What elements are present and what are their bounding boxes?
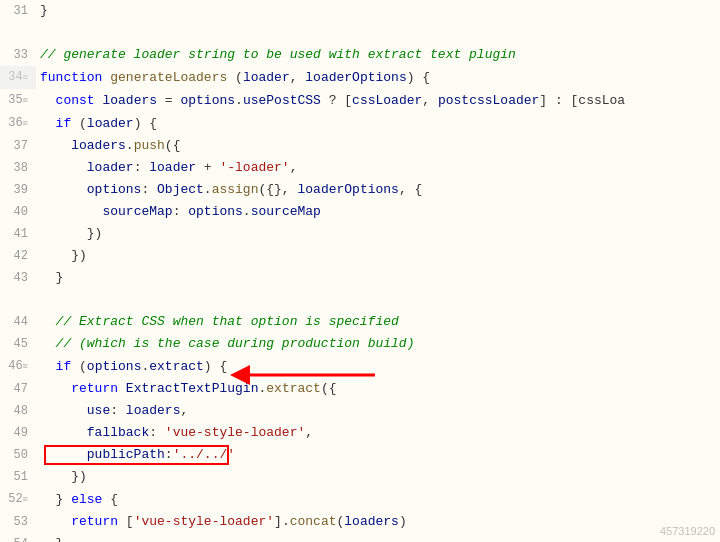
code-line-51: 51 }) [0,466,720,488]
line-num-37: 37 [0,135,36,157]
code-line-40: 40 sourceMap: options.sourceMap [0,201,720,223]
code-line-37: 37 loaders.push({ [0,135,720,157]
line-content-37: loaders.push({ [36,135,180,157]
line-content-33: // generate loader string to be used wit… [36,44,516,66]
line-num-52: 52≡ [0,488,36,511]
line-content-36: if (loader) { [36,113,157,135]
code-line-45: 45 // (which is the case during producti… [0,333,720,355]
line-num-48: 48 [0,400,36,422]
line-num-54: 54 [0,533,36,542]
line-content-44: // Extract CSS when that option is speci… [36,311,399,333]
line-content-51: }) [36,466,87,488]
line-content-54: } [36,533,63,542]
line-content-43: } [36,267,63,289]
code-line-34: 34≡ function generateLoaders (loader, lo… [0,66,720,89]
line-num-41: 41 [0,223,36,245]
code-line-39: 39 options: Object.assign({}, loaderOpti… [0,179,720,201]
line-num-45: 45 [0,333,36,355]
code-line-47: 47 return ExtractTextPlugin.extract({ [0,378,720,400]
code-line-38: 38 loader: loader + '-loader', [0,157,720,179]
code-line-49: 49 fallback: 'vue-style-loader', [0,422,720,444]
line-num-35: 35≡ [0,89,36,112]
line-content-50: publicPath:'../../' [36,444,235,466]
code-line-32b [0,22,720,44]
line-content-49: fallback: 'vue-style-loader', [36,422,313,444]
code-line-52: 52≡ } else { [0,488,720,511]
line-content-45: // (which is the case during production … [36,333,414,355]
line-content-48: use: loaders, [36,400,188,422]
line-num-39: 39 [0,179,36,201]
line-num-38: 38 [0,157,36,179]
line-content-41: }) [36,223,102,245]
code-line-43: 43 } [0,267,720,289]
code-line-48: 48 use: loaders, [0,400,720,422]
line-num-43: 43 [0,267,36,289]
line-num-51: 51 [0,466,36,488]
line-content-53: return ['vue-style-loader'].concat(loade… [36,511,407,533]
code-line-44: 44 // Extract CSS when that option is sp… [0,311,720,333]
code-line-31: 31 } [0,0,720,22]
line-num-31: 31 [0,0,36,22]
code-editor: 31 } 33 // generate loader string to be … [0,0,720,542]
code-line-54: 54 } [0,533,720,542]
line-content-46: if (options.extract) { [36,356,227,378]
line-content-52: } else { [36,489,118,511]
line-num-46: 46≡ [0,355,36,378]
line-num-34: 34≡ [0,66,36,89]
line-content-40: sourceMap: options.sourceMap [36,201,321,223]
line-num-36: 36≡ [0,112,36,135]
line-num-49: 49 [0,422,36,444]
code-line-33: 33 // generate loader string to be used … [0,44,720,66]
code-lines: 31 } 33 // generate loader string to be … [0,0,720,542]
line-content-42: }) [36,245,87,267]
line-content-31: } [36,0,48,22]
line-num-53: 53 [0,511,36,533]
line-content-47: return ExtractTextPlugin.extract({ [36,378,337,400]
code-line-50: 50 publicPath:'../../' [0,444,720,466]
code-line-53: 53 return ['vue-style-loader'].concat(lo… [0,511,720,533]
line-num-44: 44 [0,311,36,333]
line-num-42: 42 [0,245,36,267]
line-content-38: loader: loader + '-loader', [36,157,297,179]
code-line-41: 41 }) [0,223,720,245]
code-line-46: 46≡ if (options.extract) { [0,355,720,378]
line-num-33: 33 [0,44,36,66]
line-content-34: function generateLoaders (loader, loader… [36,67,430,89]
code-line-35: 35≡ const loaders = options.usePostCSS ?… [0,89,720,112]
line-content-35: const loaders = options.usePostCSS ? [cs… [36,90,625,112]
line-content-39: options: Object.assign({}, loaderOptions… [36,179,422,201]
code-line-36: 36≡ if (loader) { [0,112,720,135]
code-line-blank1 [0,289,720,311]
line-num-47: 47 [0,378,36,400]
code-line-42: 42 }) [0,245,720,267]
line-num-40: 40 [0,201,36,223]
line-num-50: 50 [0,444,36,466]
watermark: 457319220 [660,525,715,537]
